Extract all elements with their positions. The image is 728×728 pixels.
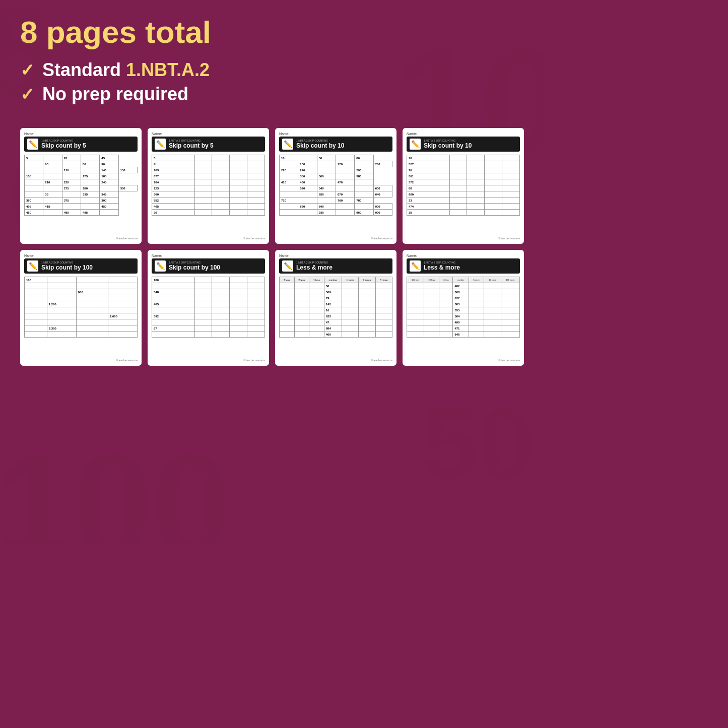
worksheet-card-6: Name: 1.NBT.A.2 Skip counting Skip count… [148, 250, 269, 366]
card-7-title-area: 1.NBT.A.2 Skip counting Less & more [296, 261, 333, 271]
card-7-footer: © teacher resource [279, 359, 392, 362]
card-3-title-area: 1.NBT.A.2 Skip counting Skip count by 10 [296, 139, 344, 149]
header-section: 8 pages total [0, 0, 544, 54]
card-2-title-area: 1.NBT.A.2 Skip counting Skip count by 5 [169, 139, 214, 149]
worksheets-grid: Name: 1.NBT.A.2 Skip counting Skip count… [0, 123, 544, 381]
card-3-footer: © teacher resource [279, 237, 392, 240]
pencil-icon-5 [27, 260, 38, 272]
worksheet-card-8: Name: 1.NBT.A.2 Skip counting Less & mor… [403, 250, 524, 366]
pencil-icon-2 [155, 139, 166, 150]
worksheet-card-5: Name: 1.NBT.A.2 Skip counting Skip count… [20, 250, 142, 366]
card-8-title: Less & more [424, 264, 460, 271]
checkmark-icon-2: ✓ [20, 84, 34, 104]
card-7-title: Less & more [296, 264, 333, 271]
pencil-icon-1 [27, 139, 38, 150]
card-6-header: 1.NBT.A.2 Skip counting Skip count by 10… [152, 258, 265, 274]
card-2-footer: © teacher resource [152, 237, 265, 240]
card-8-header: 1.NBT.A.2 Skip counting Less & more [407, 258, 520, 274]
card-1-title: Skip count by 5 [41, 142, 86, 149]
card-6-title-area: 1.NBT.A.2 Skip counting Skip count by 10… [169, 261, 220, 271]
card-7-header: 1.NBT.A.2 Skip counting Less & more [279, 258, 392, 274]
card-4-content: 10 527 20 301 372 88 900 23 474 35 [407, 155, 520, 236]
pencil-icon-7 [282, 260, 293, 272]
card-1-content: 52045 658090 120140150 155175185 2102202… [24, 155, 138, 236]
card-5-table: 100 900 1,200 2,000 2,300 [24, 277, 138, 338]
card-2-name-line: Name: [152, 132, 265, 136]
card-1-table: 52045 658090 120140150 155175185 2102202… [24, 155, 138, 216]
pencil-icon-8 [410, 260, 421, 272]
card-7-table: 3 less 2 less 1 less number 1 more 2 mor… [279, 277, 392, 338]
standards-section: ✓ Standard 1.NBT.A.2 ✓ No prep required [0, 54, 544, 118]
card-2-title: Skip count by 5 [169, 142, 214, 149]
card-7-content: 3 less 2 less 1 less number 1 more 2 mor… [279, 277, 392, 358]
card-8-footer: © teacher resource [407, 359, 520, 362]
standard-code: 1.NBT.A.2 [126, 59, 210, 80]
card-3-title: Skip count by 10 [296, 142, 344, 149]
card-1-title-area: 1.NBT.A.2 Skip counting Skip count by 5 [41, 139, 86, 149]
card-3-name-line: Name: [279, 132, 392, 136]
card-5-title-area: 1.NBT.A.2 Skip counting Skip count by 10… [41, 261, 93, 271]
checkmark-icon-1: ✓ [20, 60, 34, 80]
card-6-content: 100 548 405 392 67 [152, 277, 265, 358]
card-6-footer: © teacher resource [152, 359, 265, 362]
pencil-icon-4 [410, 139, 421, 150]
card-7-name-line: Name: [279, 254, 392, 257]
card-3-content: 105080 130170200 220240290 350360380 410… [279, 155, 392, 236]
card-4-name-line: Name: [407, 132, 520, 136]
pencil-icon-6 [155, 260, 166, 272]
card-1-footer: © teacher resource [24, 237, 138, 240]
worksheet-card-3: Name: 1.NBT.A.2 Skip counting Skip count… [275, 128, 396, 244]
card-5-title: Skip count by 100 [41, 264, 93, 271]
worksheet-card-4: Name: 1.NBT.A.2 Skip counting Skip count… [403, 128, 524, 244]
card-8-name-line: Name: [407, 254, 520, 257]
card-3-header: 1.NBT.A.2 Skip counting Skip count by 10 [279, 137, 392, 152]
standard-text-1: Standard 1.NBT.A.2 [42, 59, 210, 81]
standard-line-1: ✓ Standard 1.NBT.A.2 [20, 59, 524, 81]
card-5-content: 100 900 1,200 2,000 2,300 [24, 277, 138, 358]
card-4-table: 10 527 20 301 372 88 900 23 474 35 [407, 155, 520, 216]
pencil-icon-3 [282, 139, 293, 150]
card-5-name-line: Name: [24, 254, 138, 257]
card-4-title: Skip count by 10 [424, 142, 472, 149]
page-title: 8 pages total [20, 15, 524, 49]
standard-line-2: ✓ No prep required [20, 84, 524, 105]
card-3-table: 105080 130170200 220240290 350360380 410… [279, 155, 392, 216]
card-2-content: 5 fi 103 677 204 123 300 852 405 20 [152, 155, 265, 236]
card-6-title: Skip count by 100 [169, 264, 220, 271]
card-1-header: 1.NBT.A.2 Skip counting Skip count by 5 [24, 137, 138, 152]
card-8-title-area: 1.NBT.A.2 Skip counting Less & more [424, 261, 460, 271]
card-4-footer: © teacher resource [407, 237, 520, 240]
card-8-table: 100 less 10 less 3 less number 5 more 10… [407, 277, 520, 338]
card-6-table: 100 548 405 392 67 [152, 277, 265, 338]
worksheet-card-2: Name: 1.NBT.A.2 Skip counting Skip count… [148, 128, 269, 244]
card-4-header: 1.NBT.A.2 Skip counting Skip count by 10 [407, 137, 520, 152]
worksheet-card-1: Name: 1.NBT.A.2 Skip counting Skip count… [20, 128, 142, 244]
card-8-content: 100 less 10 less 3 less number 5 more 10… [407, 277, 520, 358]
card-5-footer: © teacher resource [24, 359, 138, 362]
card-6-name-line: Name: [152, 254, 265, 257]
worksheet-card-7: Name: 1.NBT.A.2 Skip counting Less & mor… [275, 250, 396, 366]
card-1-name-line: Name: [24, 132, 138, 136]
card-2-table: 5 fi 103 677 204 123 300 852 405 20 [152, 155, 265, 216]
no-prep-text: No prep required [42, 84, 188, 105]
card-5-header: 1.NBT.A.2 Skip counting Skip count by 10… [24, 258, 138, 274]
card-2-header: 1.NBT.A.2 Skip counting Skip count by 5 [152, 137, 265, 152]
card-4-title-area: 1.NBT.A.2 Skip counting Skip count by 10 [424, 139, 472, 149]
